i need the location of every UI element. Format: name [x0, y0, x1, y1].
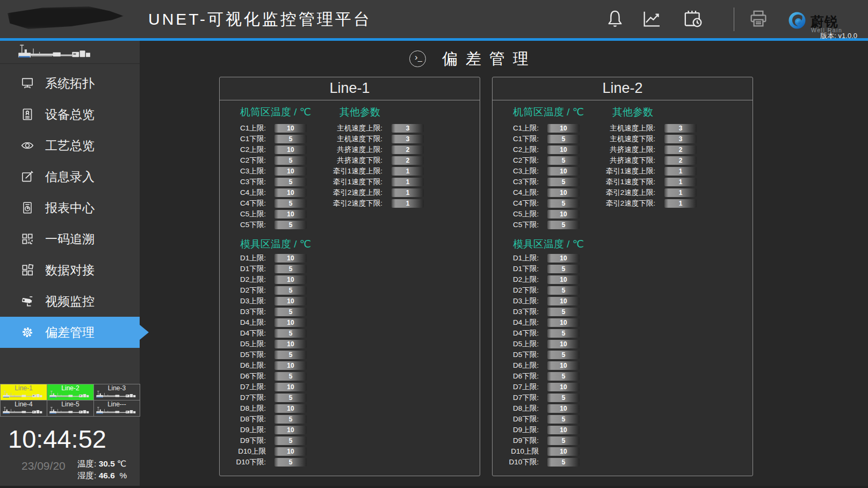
param-value-field[interactable]: 10	[274, 297, 307, 305]
param-value-field[interactable]: 10	[274, 210, 307, 218]
param-value-field[interactable]: 5	[547, 329, 580, 338]
param-value-field[interactable]: 5	[274, 308, 307, 316]
line-thumbnail[interactable]: Line-5	[47, 400, 94, 417]
param-value-field[interactable]: 10	[547, 361, 580, 370]
sidebar-item-7[interactable]: 数据对接	[0, 254, 140, 286]
param-value-field[interactable]: 5	[547, 436, 580, 445]
param-value-field[interactable]: 5	[547, 415, 580, 424]
param-value-field[interactable]: 5	[274, 286, 307, 295]
trend-chart-icon[interactable]	[641, 8, 662, 30]
param-value-field[interactable]: 5	[547, 135, 580, 143]
param-value-field[interactable]: 10	[547, 426, 580, 434]
param-value-field[interactable]: 5	[274, 156, 307, 165]
param-value-field[interactable]: 5	[547, 394, 580, 402]
param-value-field[interactable]: 10	[274, 167, 307, 176]
param-value-field[interactable]: 5	[274, 351, 307, 359]
param-value-field[interactable]: 5	[547, 458, 580, 467]
sidebar-item-8[interactable]: 视频监控	[0, 286, 140, 317]
param-value-field[interactable]: 5	[274, 394, 307, 402]
param-value-field[interactable]: 1	[392, 167, 424, 176]
param-value-field[interactable]: 5	[547, 265, 580, 273]
param-value-field[interactable]: 10	[547, 404, 580, 413]
param-value-field[interactable]: 5	[547, 308, 580, 316]
param-value-field[interactable]: 10	[547, 210, 580, 218]
param-value-field[interactable]: 10	[274, 124, 307, 133]
param-value-field[interactable]: 5	[547, 221, 580, 229]
line-thumbnail[interactable]: Line-4	[0, 400, 47, 417]
param-value-field[interactable]: 1	[664, 188, 697, 197]
param-value-field[interactable]: 1	[392, 188, 424, 197]
param-value-field[interactable]: 2	[664, 145, 697, 154]
param-value-field[interactable]: 10	[274, 404, 307, 413]
param-value-field[interactable]: 1	[392, 178, 424, 186]
param-value-field[interactable]: 10	[274, 318, 307, 327]
app-header: UNET-可视化监控管理平台	[0, 0, 868, 41]
param-value-field[interactable]: 5	[547, 351, 580, 359]
param-value-field[interactable]: 10	[547, 275, 580, 284]
param-value-field[interactable]: 5	[274, 265, 307, 273]
param-value-field[interactable]: 10	[547, 254, 580, 263]
line-thumbnail[interactable]: Line---	[93, 400, 140, 417]
sidebar-item-2[interactable]: 设备总览	[0, 99, 140, 130]
line-thumbnail[interactable]: Line-2	[47, 384, 94, 400]
sidebar-item-4[interactable]: 信息录入	[0, 161, 140, 192]
param-value-field[interactable]: 10	[547, 447, 580, 456]
param-value-field[interactable]: 3	[664, 135, 697, 143]
param-label: D5上限:	[509, 339, 539, 349]
param-value-field[interactable]: 5	[274, 221, 307, 229]
param-value-field[interactable]: 5	[274, 135, 307, 143]
param-label: D2下限:	[236, 286, 266, 295]
sidebar-item-5[interactable]: 报表中心	[0, 192, 140, 223]
param-value-field[interactable]: 5	[274, 199, 307, 208]
param-value-field[interactable]: 1	[664, 178, 697, 186]
param-value-field[interactable]: 5	[547, 178, 580, 186]
param-value-field[interactable]: 10	[547, 188, 580, 197]
param-value-field[interactable]: 10	[547, 318, 580, 327]
param-value-field[interactable]: 1	[392, 199, 424, 208]
sidebar-item-6[interactable]: 一码追溯	[0, 223, 140, 254]
param-value-field[interactable]: 5	[274, 178, 307, 186]
param-value-field[interactable]: 5	[547, 156, 580, 165]
printer-icon[interactable]	[748, 8, 769, 30]
line-thumbnail[interactable]: Line-1	[0, 384, 47, 400]
param-value-field[interactable]: 5	[547, 286, 580, 295]
line-thumbnail[interactable]: Line-3	[93, 384, 140, 400]
param-value-field[interactable]: 2	[392, 156, 424, 165]
param-value-field[interactable]: 10	[274, 145, 307, 154]
param-value-field[interactable]: 10	[547, 297, 580, 305]
sidebar-item-3[interactable]: 工艺总览	[0, 130, 140, 161]
param-row: D4下限:5	[509, 328, 632, 339]
param-value-field[interactable]: 10	[274, 361, 307, 370]
param-value-field[interactable]: 10	[274, 188, 307, 197]
param-value-field[interactable]: 10	[274, 383, 307, 391]
param-value-field[interactable]: 3	[392, 135, 424, 143]
param-value-field[interactable]: 5	[274, 415, 307, 424]
bell-icon[interactable]	[604, 8, 626, 30]
param-value-field[interactable]: 5	[547, 199, 580, 208]
param-row: D1下限:5	[509, 264, 632, 274]
param-value-field[interactable]: 10	[547, 383, 580, 391]
param-value-field[interactable]: 5	[274, 372, 307, 381]
param-value-field[interactable]: 10	[274, 275, 307, 284]
param-value-field[interactable]: 1	[664, 167, 697, 176]
param-value-field[interactable]: 1	[664, 199, 697, 208]
param-value-field[interactable]: 3	[664, 124, 697, 133]
param-value-field[interactable]: 5	[274, 329, 307, 338]
param-value-field[interactable]: 10	[274, 426, 307, 434]
param-value-field[interactable]: 10	[274, 254, 307, 263]
sidebar-item-1[interactable]: 系统拓扑	[0, 68, 140, 99]
sidebar-item-9[interactable]: 偏差管理	[0, 317, 140, 348]
param-value-field[interactable]: 10	[274, 340, 307, 348]
param-value-field[interactable]: 10	[274, 447, 307, 456]
param-value-field[interactable]: 10	[547, 124, 580, 133]
param-value-field[interactable]: 10	[547, 340, 580, 348]
calendar-clock-icon[interactable]	[682, 8, 704, 30]
param-value-field[interactable]: 2	[392, 145, 424, 154]
param-value-field[interactable]: 5	[547, 372, 580, 381]
param-value-field[interactable]: 3	[392, 124, 424, 133]
param-value-field[interactable]: 2	[664, 156, 697, 165]
param-value-field[interactable]: 10	[547, 145, 580, 154]
param-value-field[interactable]: 10	[547, 167, 580, 176]
param-value-field[interactable]: 5	[274, 458, 307, 467]
param-value-field[interactable]: 5	[274, 436, 307, 445]
